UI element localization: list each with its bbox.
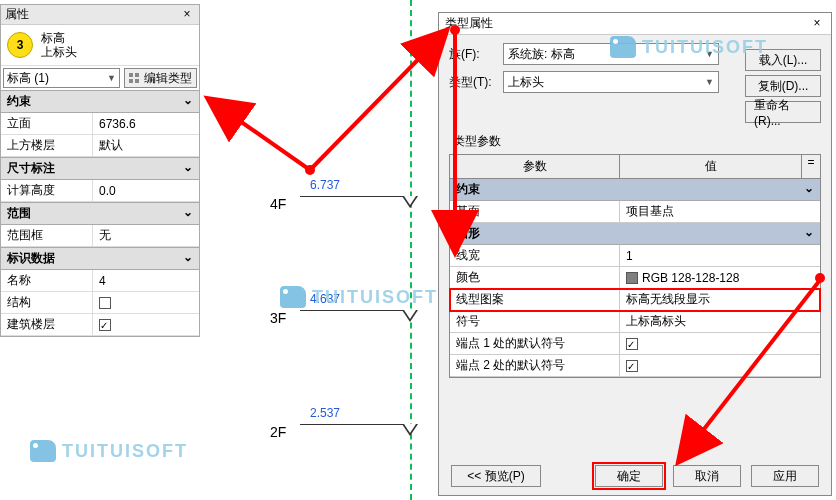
col-value: 值 [620,155,802,178]
row-scope: 范围框无 [1,225,199,247]
row-symbol: 符号上标高标头 [450,311,820,333]
struct-checkbox[interactable] [99,297,111,309]
group-graphics: 图形⌄ [450,223,820,245]
expand-icon[interactable]: ⌄ [804,225,814,242]
expand-icon[interactable]: ⌄ [183,93,193,110]
row-end2: 端点 2 处的默认符号 [450,355,820,377]
expand-icon[interactable]: ⌄ [804,181,814,198]
drawing-canvas[interactable]: 6.737 4F 4.637 3F 2.537 2F [210,0,440,500]
row-elevation: 立面6736.6 [1,113,199,135]
chevron-down-icon: ▼ [107,73,116,83]
copy-button[interactable]: 复制(D)... [745,75,821,97]
grid-icon [129,73,141,83]
end2-checkbox[interactable] [626,360,638,372]
rename-button[interactable]: 重命名(R)... [745,101,821,123]
properties-panel: 属性 × 3 标高 上标头 标高 (1) ▼ 编辑类型 约束⌄ 立面6736.6… [0,4,200,337]
section-ident: 标识数据⌄ [1,247,199,270]
row-end1: 端点 1 处的默认符号 [450,333,820,355]
dialog-title: 类型属性 [445,15,809,32]
level-marker-icon [402,196,418,208]
color-swatch [626,272,638,284]
row-upper: 上方楼层默认 [1,135,199,157]
row-struct: 结构 [1,292,199,314]
properties-grid: 约束⌄ 立面6736.6 上方楼层默认 尺寸标注⌄ 计算高度0.0 范围⌄ 范围… [1,90,199,336]
edit-type-button[interactable]: 编辑类型 [124,68,197,88]
type-label: 类型(T): [449,74,497,91]
end1-checkbox[interactable] [626,338,638,350]
close-icon[interactable]: × [809,16,825,32]
ok-button[interactable]: 确定 [595,465,663,487]
row-bstory: 建筑楼层 [1,314,199,336]
chevron-down-icon: ▼ [705,77,714,87]
watermark: TUITUISOFT [30,440,188,462]
row-color: 颜色RGB 128-128-128 [450,267,820,289]
row-base: 基面项目基点 [450,201,820,223]
level-marker-icon [402,424,418,436]
preview-button[interactable]: << 预览(P) [451,465,541,487]
properties-title: 属性 [5,6,179,23]
dialog-titlebar[interactable]: 类型属性 × [439,13,831,35]
watermark-logo-icon [30,440,56,462]
section-constraint: 约束⌄ [1,90,199,113]
expand-icon[interactable]: ⌄ [183,160,193,177]
param-table: 参数 值 = 约束⌄ 基面项目基点 图形⌄ 线宽1 颜色RGB 128-128-… [449,154,821,378]
type-select[interactable]: 上标头▼ [503,71,719,93]
expand-icon[interactable]: ⌄ [183,205,193,222]
cancel-button[interactable]: 取消 [673,465,741,487]
section-dim: 尺寸标注⌄ [1,157,199,180]
type-block: 3 标高 上标头 [1,25,199,65]
family-select[interactable]: 系统族: 标高▼ [503,43,719,65]
type-params-label: 类型参数 [453,133,821,150]
col-eq: = [802,155,820,178]
chevron-down-icon: ▼ [705,49,714,59]
expand-icon[interactable]: ⌄ [183,250,193,267]
close-icon[interactable]: × [179,7,195,23]
type-properties-dialog: 类型属性 × 族(F): 系统族: 标高▼ 类型(T): 上标头▼ 载入(L).… [438,12,832,496]
type-main: 标高 [41,31,77,45]
group-constraint: 约束⌄ [450,179,820,201]
type-sub: 上标头 [41,45,77,59]
type-selector[interactable]: 标高 (1) ▼ [3,68,120,88]
load-button[interactable]: 载入(L)... [745,49,821,71]
section-extent: 范围⌄ [1,202,199,225]
level-marker-icon [402,310,418,322]
step-badge: 3 [7,32,33,58]
row-name: 名称4 [1,270,199,292]
row-calc: 计算高度0.0 [1,180,199,202]
col-param: 参数 [450,155,620,178]
row-pattern: 线型图案标高无线段显示 [450,289,820,311]
apply-button[interactable]: 应用 [751,465,819,487]
row-weight: 线宽1 [450,245,820,267]
family-label: 族(F): [449,46,497,63]
bstory-checkbox[interactable] [99,319,111,331]
properties-titlebar: 属性 × [1,5,199,25]
